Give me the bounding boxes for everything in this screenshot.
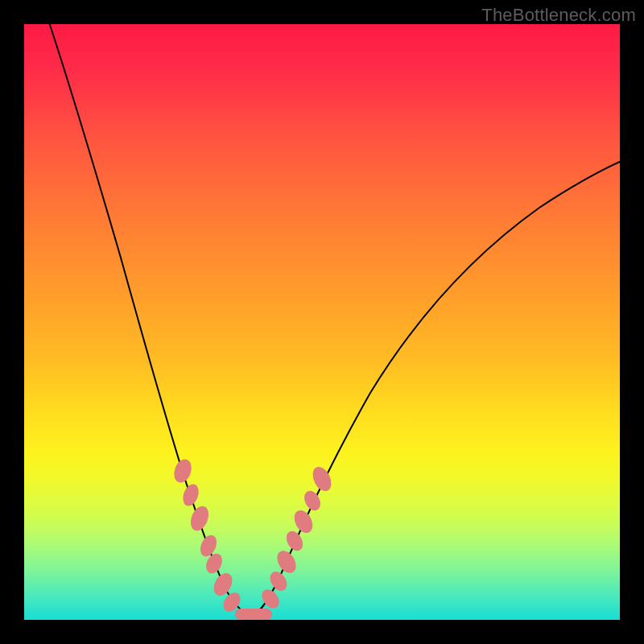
- watermark-text: TheBottleneck.com: [481, 5, 636, 26]
- svg-rect-7: [235, 609, 272, 620]
- chart-canvas: TheBottleneck.com: [0, 0, 644, 644]
- left-curve: [48, 20, 251, 617]
- svg-point-11: [283, 528, 307, 554]
- svg-point-14: [309, 464, 335, 494]
- svg-point-0: [171, 456, 194, 485]
- curves-layer: [24, 24, 620, 620]
- marker-bottom: [235, 609, 272, 620]
- marker-cluster-right: [258, 464, 335, 612]
- right-curve: [251, 161, 621, 617]
- marker-cluster-left: [171, 456, 243, 614]
- svg-point-13: [301, 488, 324, 513]
- svg-point-2: [188, 503, 213, 533]
- plot-area: [24, 24, 620, 620]
- svg-point-1: [180, 482, 201, 508]
